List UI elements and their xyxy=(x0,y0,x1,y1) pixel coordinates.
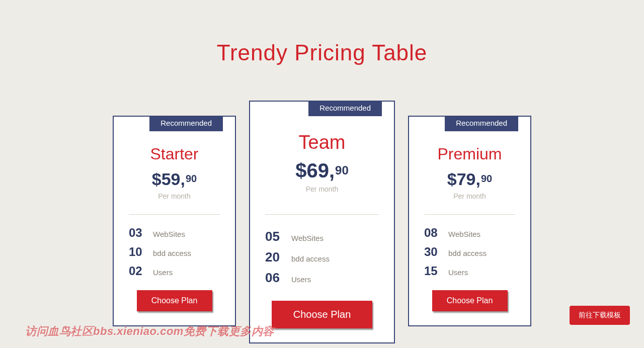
currency-symbol: $ xyxy=(295,159,306,182)
plan-price: $59,90 xyxy=(129,169,220,189)
choose-plan-button[interactable]: Choose Plan xyxy=(137,290,212,311)
feature-label: bdd access xyxy=(448,249,487,257)
price-cents: 90 xyxy=(481,173,492,184)
plan-name: Premium xyxy=(424,145,515,163)
feature-row: 30 bdd access xyxy=(424,245,515,259)
feature-row: 05 WebSites xyxy=(265,229,379,244)
recommended-badge: Recommended xyxy=(308,101,382,116)
feature-label: bdd access xyxy=(291,254,330,263)
feature-count: 30 xyxy=(424,245,441,259)
currency-symbol: $ xyxy=(152,169,162,189)
choose-plan-button[interactable]: Choose Plan xyxy=(272,301,372,328)
feature-count: 15 xyxy=(424,264,441,278)
feature-label: Users xyxy=(153,268,173,277)
feature-label: Users xyxy=(448,268,468,277)
watermark-text: 访问血鸟社区bbs.xieniao.com免费下载更多内容 xyxy=(25,324,274,339)
divider xyxy=(129,214,220,215)
feature-count: 06 xyxy=(265,270,284,286)
plan-price: $79,90 xyxy=(424,169,515,189)
period-label: Per month xyxy=(424,192,515,200)
recommended-badge: Recommended xyxy=(445,116,518,131)
price-main: 79, xyxy=(457,169,480,189)
download-template-button[interactable]: 前往下载模板 xyxy=(570,306,630,325)
plan-name: Team xyxy=(265,132,379,153)
currency-symbol: $ xyxy=(447,169,457,189)
plan-price: $69,90 xyxy=(265,159,379,182)
feature-row: 06 Users xyxy=(265,270,379,286)
feature-row: 02 Users xyxy=(129,264,220,278)
feature-count: 10 xyxy=(129,245,146,259)
feature-row: 10 bdd access xyxy=(129,245,220,259)
period-label: Per month xyxy=(265,185,379,193)
feature-label: bdd access xyxy=(153,249,191,257)
feature-label: WebSites xyxy=(291,234,324,242)
plan-premium: Recommended Premium $79,90 Per month 08 … xyxy=(408,116,531,326)
recommended-badge: Recommended xyxy=(149,116,223,131)
feature-count: 03 xyxy=(129,226,146,240)
price-cents: 90 xyxy=(186,173,197,184)
choose-plan-button[interactable]: Choose Plan xyxy=(432,290,508,311)
plan-team: Recommended Team $69,90 Per month 05 Web… xyxy=(249,101,395,343)
feature-row: 03 WebSites xyxy=(129,226,220,240)
price-main: 69, xyxy=(306,159,335,182)
divider xyxy=(265,214,379,215)
plan-name: Starter xyxy=(129,145,220,163)
feature-count: 08 xyxy=(424,226,441,240)
feature-label: Users xyxy=(291,275,311,284)
plan-starter: Recommended Starter $59,90 Per month 03 … xyxy=(113,116,236,326)
page-title: Trendy Pricing Table xyxy=(0,40,644,65)
feature-label: WebSites xyxy=(153,230,185,238)
feature-count: 02 xyxy=(129,264,146,278)
price-main: 59, xyxy=(162,169,185,189)
feature-label: WebSites xyxy=(448,230,480,238)
pricing-row: Recommended Starter $59,90 Per month 03 … xyxy=(0,101,644,343)
feature-row: 20 bdd access xyxy=(265,249,379,265)
price-cents: 90 xyxy=(335,163,349,177)
feature-row: 08 WebSites xyxy=(424,226,515,240)
period-label: Per month xyxy=(129,192,220,200)
divider xyxy=(424,214,515,215)
feature-count: 20 xyxy=(265,249,284,265)
feature-row: 15 Users xyxy=(424,264,515,278)
feature-count: 05 xyxy=(265,229,284,244)
